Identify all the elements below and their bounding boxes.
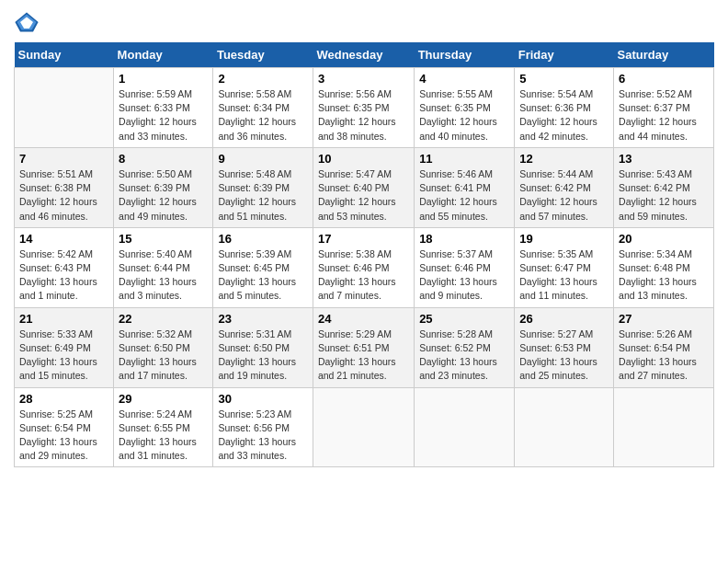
week-row-5: 28Sunrise: 5:25 AMSunset: 6:54 PMDayligh… xyxy=(15,387,714,467)
calendar-cell: 7Sunrise: 5:51 AMSunset: 6:38 PMDaylight… xyxy=(15,147,114,227)
day-number: 4 xyxy=(419,72,509,86)
day-number: 5 xyxy=(519,72,609,86)
page-header xyxy=(14,9,714,35)
calendar-cell: 21Sunrise: 5:33 AMSunset: 6:49 PMDayligh… xyxy=(15,307,114,387)
header-day-tuesday: Tuesday xyxy=(213,42,313,68)
calendar-cell: 2Sunrise: 5:58 AMSunset: 6:34 PMDaylight… xyxy=(213,68,313,148)
calendar-cell: 1Sunrise: 5:59 AMSunset: 6:33 PMDaylight… xyxy=(114,68,213,148)
week-row-4: 21Sunrise: 5:33 AMSunset: 6:49 PMDayligh… xyxy=(15,307,714,387)
header-day-sunday: Sunday xyxy=(15,42,114,68)
calendar-cell: 27Sunrise: 5:26 AMSunset: 6:54 PMDayligh… xyxy=(614,307,714,387)
calendar-cell: 14Sunrise: 5:42 AMSunset: 6:43 PMDayligh… xyxy=(15,227,114,307)
day-info: Sunrise: 5:27 AMSunset: 6:53 PMDaylight:… xyxy=(519,327,609,384)
calendar-cell: 8Sunrise: 5:50 AMSunset: 6:39 PMDaylight… xyxy=(114,147,213,227)
day-number: 3 xyxy=(318,72,409,86)
day-info: Sunrise: 5:34 AMSunset: 6:48 PMDaylight:… xyxy=(619,247,709,304)
day-number: 7 xyxy=(19,152,108,166)
week-row-1: 1Sunrise: 5:59 AMSunset: 6:33 PMDaylight… xyxy=(15,68,714,148)
logo-icon xyxy=(14,9,40,35)
calendar-cell: 29Sunrise: 5:24 AMSunset: 6:55 PMDayligh… xyxy=(114,387,213,467)
day-number: 8 xyxy=(119,152,208,166)
day-number: 11 xyxy=(419,152,509,166)
day-info: Sunrise: 5:48 AMSunset: 6:39 PMDaylight:… xyxy=(218,167,308,224)
calendar-cell: 25Sunrise: 5:28 AMSunset: 6:52 PMDayligh… xyxy=(415,307,515,387)
day-info: Sunrise: 5:32 AMSunset: 6:50 PMDaylight:… xyxy=(119,327,208,384)
day-info: Sunrise: 5:40 AMSunset: 6:44 PMDaylight:… xyxy=(119,247,208,304)
day-info: Sunrise: 5:43 AMSunset: 6:42 PMDaylight:… xyxy=(619,167,709,224)
day-number: 6 xyxy=(619,72,709,86)
calendar-cell: 17Sunrise: 5:38 AMSunset: 6:46 PMDayligh… xyxy=(313,227,414,307)
day-number: 27 xyxy=(619,312,709,326)
day-number: 28 xyxy=(19,392,108,406)
day-number: 24 xyxy=(318,312,409,326)
day-number: 9 xyxy=(218,152,308,166)
calendar-cell: 19Sunrise: 5:35 AMSunset: 6:47 PMDayligh… xyxy=(515,227,614,307)
calendar-cell: 3Sunrise: 5:56 AMSunset: 6:35 PMDaylight… xyxy=(313,68,414,148)
day-info: Sunrise: 5:50 AMSunset: 6:39 PMDaylight:… xyxy=(119,167,208,224)
day-number: 26 xyxy=(519,312,609,326)
day-info: Sunrise: 5:38 AMSunset: 6:46 PMDaylight:… xyxy=(318,247,409,304)
calendar-cell: 30Sunrise: 5:23 AMSunset: 6:56 PMDayligh… xyxy=(213,387,313,467)
calendar-cell xyxy=(15,68,114,148)
header-row: SundayMondayTuesdayWednesdayThursdayFrid… xyxy=(15,42,714,68)
calendar-cell xyxy=(515,387,614,467)
calendar-cell: 4Sunrise: 5:55 AMSunset: 6:35 PMDaylight… xyxy=(415,68,515,148)
day-number: 22 xyxy=(119,312,208,326)
calendar-cell: 22Sunrise: 5:32 AMSunset: 6:50 PMDayligh… xyxy=(114,307,213,387)
calendar-cell: 20Sunrise: 5:34 AMSunset: 6:48 PMDayligh… xyxy=(614,227,714,307)
calendar-cell: 9Sunrise: 5:48 AMSunset: 6:39 PMDaylight… xyxy=(213,147,313,227)
day-number: 23 xyxy=(218,312,308,326)
calendar-cell: 28Sunrise: 5:25 AMSunset: 6:54 PMDayligh… xyxy=(15,387,114,467)
calendar-cell: 18Sunrise: 5:37 AMSunset: 6:46 PMDayligh… xyxy=(415,227,515,307)
calendar-cell: 11Sunrise: 5:46 AMSunset: 6:41 PMDayligh… xyxy=(415,147,515,227)
day-info: Sunrise: 5:31 AMSunset: 6:50 PMDaylight:… xyxy=(218,327,308,384)
day-info: Sunrise: 5:23 AMSunset: 6:56 PMDaylight:… xyxy=(218,408,308,464)
calendar-table: SundayMondayTuesdayWednesdayThursdayFrid… xyxy=(14,42,714,467)
day-number: 14 xyxy=(19,232,108,246)
day-info: Sunrise: 5:44 AMSunset: 6:42 PMDaylight:… xyxy=(519,167,609,224)
day-info: Sunrise: 5:46 AMSunset: 6:41 PMDaylight:… xyxy=(419,167,509,224)
day-number: 30 xyxy=(218,392,308,406)
day-number: 21 xyxy=(19,312,108,326)
day-info: Sunrise: 5:54 AMSunset: 6:36 PMDaylight:… xyxy=(519,87,609,144)
header-day-wednesday: Wednesday xyxy=(313,42,414,68)
calendar-cell: 16Sunrise: 5:39 AMSunset: 6:45 PMDayligh… xyxy=(213,227,313,307)
day-info: Sunrise: 5:47 AMSunset: 6:40 PMDaylight:… xyxy=(318,167,409,224)
calendar-cell: 13Sunrise: 5:43 AMSunset: 6:42 PMDayligh… xyxy=(614,147,714,227)
calendar-cell xyxy=(313,387,414,467)
day-info: Sunrise: 5:26 AMSunset: 6:54 PMDaylight:… xyxy=(619,327,709,384)
logo xyxy=(14,9,41,35)
day-number: 12 xyxy=(519,152,609,166)
day-info: Sunrise: 5:25 AMSunset: 6:54 PMDaylight:… xyxy=(19,408,108,464)
calendar-body: 1Sunrise: 5:59 AMSunset: 6:33 PMDaylight… xyxy=(15,68,714,467)
calendar-cell xyxy=(614,387,714,467)
week-row-2: 7Sunrise: 5:51 AMSunset: 6:38 PMDaylight… xyxy=(15,147,714,227)
header-day-saturday: Saturday xyxy=(614,42,714,68)
day-info: Sunrise: 5:55 AMSunset: 6:35 PMDaylight:… xyxy=(419,87,509,144)
header-day-monday: Monday xyxy=(114,42,213,68)
header-day-thursday: Thursday xyxy=(415,42,515,68)
calendar-cell: 5Sunrise: 5:54 AMSunset: 6:36 PMDaylight… xyxy=(515,68,614,148)
day-number: 15 xyxy=(119,232,208,246)
day-info: Sunrise: 5:42 AMSunset: 6:43 PMDaylight:… xyxy=(19,247,108,304)
day-number: 1 xyxy=(119,72,208,86)
day-info: Sunrise: 5:37 AMSunset: 6:46 PMDaylight:… xyxy=(419,247,509,304)
calendar-cell: 26Sunrise: 5:27 AMSunset: 6:53 PMDayligh… xyxy=(515,307,614,387)
day-number: 13 xyxy=(619,152,709,166)
day-info: Sunrise: 5:59 AMSunset: 6:33 PMDaylight:… xyxy=(119,87,208,144)
day-info: Sunrise: 5:29 AMSunset: 6:51 PMDaylight:… xyxy=(318,327,409,384)
calendar-cell: 6Sunrise: 5:52 AMSunset: 6:37 PMDaylight… xyxy=(614,68,714,148)
day-info: Sunrise: 5:58 AMSunset: 6:34 PMDaylight:… xyxy=(218,87,308,144)
calendar-cell: 23Sunrise: 5:31 AMSunset: 6:50 PMDayligh… xyxy=(213,307,313,387)
day-info: Sunrise: 5:51 AMSunset: 6:38 PMDaylight:… xyxy=(19,167,108,224)
calendar-cell: 15Sunrise: 5:40 AMSunset: 6:44 PMDayligh… xyxy=(114,227,213,307)
day-info: Sunrise: 5:56 AMSunset: 6:35 PMDaylight:… xyxy=(318,87,409,144)
day-number: 16 xyxy=(218,232,308,246)
day-number: 25 xyxy=(419,312,509,326)
calendar-cell: 24Sunrise: 5:29 AMSunset: 6:51 PMDayligh… xyxy=(313,307,414,387)
day-number: 20 xyxy=(619,232,709,246)
calendar-header: SundayMondayTuesdayWednesdayThursdayFrid… xyxy=(15,42,714,68)
calendar-cell: 10Sunrise: 5:47 AMSunset: 6:40 PMDayligh… xyxy=(313,147,414,227)
day-number: 10 xyxy=(318,152,409,166)
calendar-cell xyxy=(415,387,515,467)
